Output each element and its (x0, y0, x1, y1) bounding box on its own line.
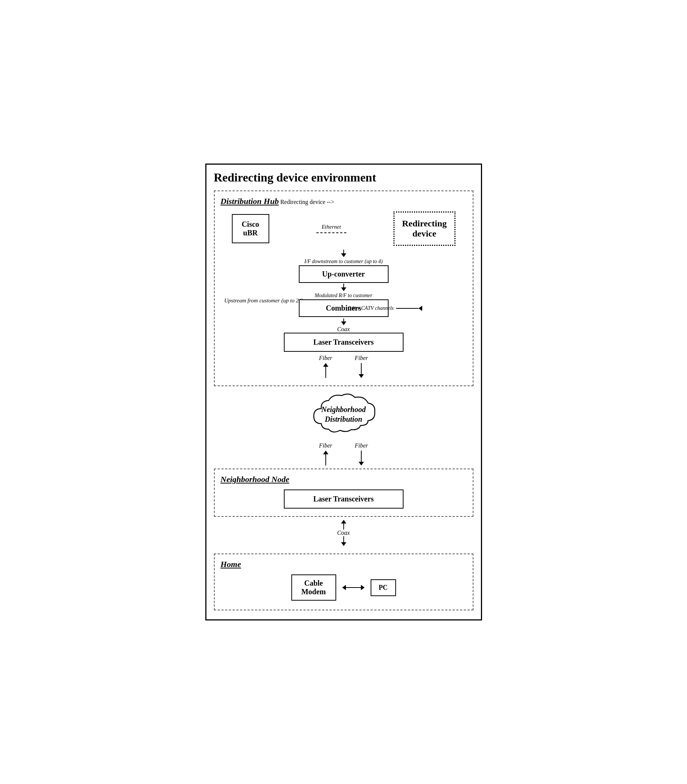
modulated-rf-arrow (341, 284, 346, 291)
fiber-right-arrowhead-down (359, 374, 364, 378)
coax-arrow-down (341, 318, 346, 325)
page-title: Redirecting device environment (214, 171, 473, 184)
fiber-left-node-arrowhead (323, 451, 328, 454)
cisco-ubr-label: CiscouBR (242, 220, 259, 237)
other-catv-label: Other CATV channels (348, 305, 394, 311)
fiber-left-arrowhead-up (323, 363, 328, 367)
if-downstream-arrow (341, 250, 346, 257)
pc-box: PC (371, 579, 396, 596)
if-downstream-label: I/F downstream to customer (up to 4) (304, 259, 383, 265)
redirecting-device-box: Redirecting device (393, 211, 455, 246)
coax-arrow-down-node (341, 542, 346, 546)
pc-label: PC (379, 584, 388, 591)
main-diagram: Redirecting device environment Distribut… (205, 163, 482, 621)
laser-transceivers-hub: Laser Transceivers (284, 333, 404, 352)
neighborhood-node-label: Neighborhood Node (221, 474, 467, 484)
up-converter-box: Up-converter (299, 265, 389, 283)
neighborhood-distribution-section: Neighborhood Distribution (214, 390, 473, 438)
cable-modem-label: CableModem (301, 579, 326, 596)
bidirectional-arrow (342, 585, 365, 590)
modulated-rf-label: Modulated R/F to customer (314, 293, 372, 299)
other-catv-arrow: Other CATV channels (348, 305, 422, 311)
redirecting-device-label: Redirecting device (402, 219, 447, 238)
home-box: Home CableModem PC (214, 553, 473, 610)
fiber-arrows-node: Fiber Fiber (214, 442, 473, 466)
coax-label-hub: Coax (337, 326, 350, 333)
fiber-arrows-hub: Fiber Fiber (221, 355, 467, 378)
home-label: Home (221, 560, 467, 569)
fiber-right-node-label: Fiber (355, 442, 368, 449)
neighborhood-distribution-cloud: Neighborhood Distribution (306, 390, 381, 438)
distribution-hub-label: Distribution Hub (221, 196, 279, 206)
home-row: CableModem PC (221, 575, 467, 601)
neighborhood-node-box: Neighborhood Node Laser Transceivers (214, 469, 473, 517)
cisco-ubr-box: CiscouBR (232, 214, 269, 243)
fiber-left-node-label: Fiber (319, 442, 332, 449)
coax-arrow-up-node (341, 520, 346, 524)
fiber-right-node-arrowhead (359, 462, 364, 466)
fiber-right-hub-label: Fiber (355, 355, 368, 361)
fiber-left-hub-label: Fiber (319, 355, 332, 361)
ethernet-label: Ethernet (322, 224, 341, 230)
distribution-hub-box: Distribution Hub Redirecting device --> … (214, 191, 473, 386)
cloud-container: Neighborhood Distribution (306, 390, 381, 438)
coax-label-node: Coax (337, 530, 350, 536)
coax-section-node: Coax (214, 520, 473, 546)
laser-transceivers-node: Laser Transceivers (284, 489, 404, 509)
cable-modem-box: CableModem (291, 575, 336, 601)
